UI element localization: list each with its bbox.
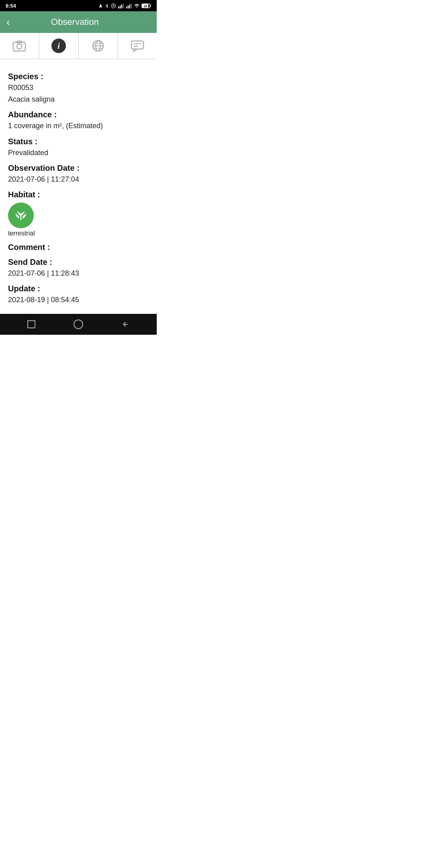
bluetooth-icon <box>105 3 109 8</box>
globe-icon <box>91 39 105 53</box>
svg-point-15 <box>17 44 22 49</box>
back-button[interactable]: ‹ <box>6 17 10 27</box>
signal1-icon <box>118 3 124 8</box>
camera-icon <box>12 39 27 53</box>
svg-text:R: R <box>113 4 115 7</box>
send-date-label: Send Date : <box>8 258 149 267</box>
main-content: Species : R00053 Acacia saligna Abundanc… <box>0 59 157 314</box>
observation-date-label: Observation Date : <box>8 164 149 173</box>
tab-globe[interactable] <box>79 33 118 59</box>
info-icon: i <box>51 39 66 53</box>
circle-icon <box>73 319 84 330</box>
back-arrow-icon <box>121 320 130 329</box>
habitat-icon <box>8 203 34 228</box>
svg-rect-26 <box>28 321 35 328</box>
wifi-icon <box>134 3 140 8</box>
square-icon <box>27 320 36 329</box>
svg-rect-23 <box>131 41 143 49</box>
tab-chat[interactable] <box>118 33 157 59</box>
page-title: Observation <box>14 17 136 27</box>
nav-home-button[interactable] <box>71 317 86 332</box>
svg-point-17 <box>23 44 24 45</box>
tab-camera[interactable] <box>0 33 39 59</box>
send-date-value: 2021-07-06 | 11:28:43 <box>8 268 149 278</box>
update-value: 2021-08-19 | 08:54:45 <box>8 295 149 305</box>
status-icons: R 45 <box>98 3 151 8</box>
r-icon: R <box>111 3 116 8</box>
signal2-icon <box>126 3 132 8</box>
observation-date-value: 2021-07-06 | 11:27:04 <box>8 174 149 184</box>
nav-icon <box>98 3 103 8</box>
status-bar: 8:54 R 45 <box>0 0 157 11</box>
tab-info[interactable]: i <box>39 33 79 59</box>
svg-rect-4 <box>121 4 122 8</box>
svg-rect-9 <box>131 3 132 8</box>
bottom-nav <box>0 314 157 335</box>
svg-text:45: 45 <box>144 4 147 7</box>
svg-rect-8 <box>129 4 130 8</box>
chat-icon <box>130 39 145 53</box>
species-name: Acacia saligna <box>8 94 149 104</box>
svg-rect-6 <box>126 6 127 8</box>
comment-label: Comment : <box>8 243 149 252</box>
tab-bar: i <box>0 33 157 59</box>
svg-rect-7 <box>128 5 129 8</box>
svg-point-27 <box>74 320 83 329</box>
svg-rect-14 <box>13 42 25 51</box>
svg-rect-3 <box>120 5 121 8</box>
abundance-value: 1 coverage in m², (Estimated) <box>8 121 149 131</box>
update-label: Update : <box>8 284 149 293</box>
nav-square-button[interactable] <box>24 317 39 332</box>
species-label: Species : <box>8 72 149 81</box>
status-time: 8:54 <box>6 3 16 9</box>
status-label: Status : <box>8 137 149 146</box>
habitat-label: Habitat : <box>8 190 149 199</box>
battery-icon: 45 <box>141 3 151 8</box>
nav-back-button[interactable] <box>118 317 133 332</box>
svg-rect-2 <box>118 6 119 8</box>
terrestrial-icon <box>13 207 29 223</box>
svg-rect-11 <box>150 4 151 6</box>
species-code: R00053 <box>8 83 149 93</box>
status-value: Prevalidated <box>8 148 149 158</box>
header: ‹ Observation <box>0 11 157 33</box>
habitat-value: terrestrial <box>8 230 149 237</box>
svg-rect-5 <box>123 3 124 8</box>
abundance-label: Abundance : <box>8 110 149 119</box>
